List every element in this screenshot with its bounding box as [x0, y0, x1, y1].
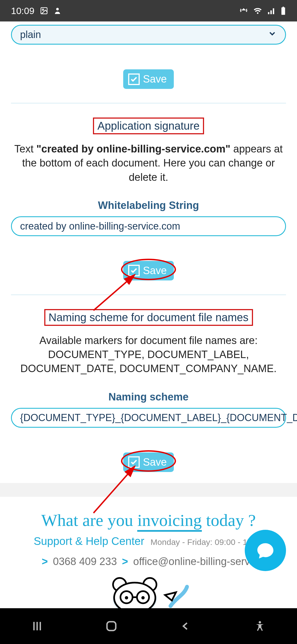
- naming-field-label: Naming scheme: [11, 391, 286, 403]
- footer-tagline: What are you invoicing today ?: [0, 511, 297, 530]
- support-center-link[interactable]: Support & Help Center: [34, 535, 144, 547]
- naming-description: Available markers for document file name…: [11, 334, 286, 376]
- format-dropdown[interactable]: plain: [11, 25, 286, 45]
- status-time: 10:09: [11, 6, 34, 16]
- signal-icon: [267, 7, 276, 15]
- svg-rect-4: [270, 10, 272, 14]
- checkbox-icon: [128, 456, 140, 468]
- save-button-2[interactable]: Save: [123, 261, 174, 280]
- svg-rect-3: [268, 12, 270, 14]
- svg-point-2: [56, 8, 59, 10]
- nav-back-button[interactable]: [177, 618, 194, 634]
- page-footer: What are you invoicing today ? Support &…: [0, 497, 297, 614]
- wifi-icon: [253, 6, 262, 15]
- svg-point-17: [125, 596, 128, 599]
- section-divider: [11, 103, 286, 104]
- save-button-label: Save: [143, 265, 167, 277]
- chevron-right-icon: >: [122, 556, 128, 567]
- dropdown-value: plain: [20, 29, 41, 40]
- footer-phone[interactable]: 0368 409 233: [53, 556, 117, 567]
- image-icon: [40, 7, 48, 15]
- naming-input[interactable]: {DOCUMENT_TYPE}_{DOCUMENT_LABEL}_{DOCUME…: [11, 408, 286, 428]
- person-icon: [54, 7, 61, 15]
- nav-accessibility-button[interactable]: [252, 618, 268, 634]
- battery-icon: [280, 6, 286, 15]
- svg-point-1: [42, 9, 44, 10]
- chat-icon: [256, 541, 275, 560]
- svg-point-18: [141, 596, 145, 599]
- save-button-label: Save: [143, 456, 167, 468]
- android-nav-bar: [0, 608, 297, 644]
- svg-rect-6: [281, 7, 285, 15]
- chevron-right-icon: >: [42, 556, 48, 567]
- section-heading-signature: Application signature: [93, 118, 204, 134]
- svg-rect-7: [282, 7, 284, 7]
- nav-home-button[interactable]: [103, 618, 120, 634]
- android-status-bar: 10:09: [0, 0, 297, 21]
- content-footer-gap: [0, 483, 297, 497]
- save-button-label: Save: [143, 73, 167, 85]
- signature-description: Text "created by online-billing-service.…: [11, 142, 286, 184]
- chevron-down-icon: [268, 29, 277, 41]
- footer-email[interactable]: office@online-billing-servic: [133, 556, 257, 567]
- section-heading-naming: Naming scheme for document file names: [44, 309, 253, 326]
- checkbox-icon: [128, 73, 140, 85]
- whitelabel-field-label: Whitelabeling String: [11, 200, 286, 211]
- svg-rect-5: [273, 8, 274, 14]
- chat-fab-button[interactable]: [245, 530, 286, 571]
- section-divider: [11, 294, 286, 295]
- whitelabel-input[interactable]: created by online-billing-service.com: [11, 216, 286, 236]
- save-button-3[interactable]: Save: [123, 452, 174, 472]
- save-button-1[interactable]: Save: [123, 69, 174, 89]
- svg-rect-22: [107, 622, 116, 631]
- naming-input-value: {DOCUMENT_TYPE}_{DOCUMENT_LABEL}_{DOCUME…: [20, 412, 297, 424]
- svg-point-23: [259, 621, 261, 624]
- checkbox-icon: [128, 265, 140, 276]
- vibrate-icon: [239, 6, 248, 15]
- whitelabel-input-value: created by online-billing-service.com: [20, 220, 180, 232]
- nav-recents-button[interactable]: [29, 618, 45, 634]
